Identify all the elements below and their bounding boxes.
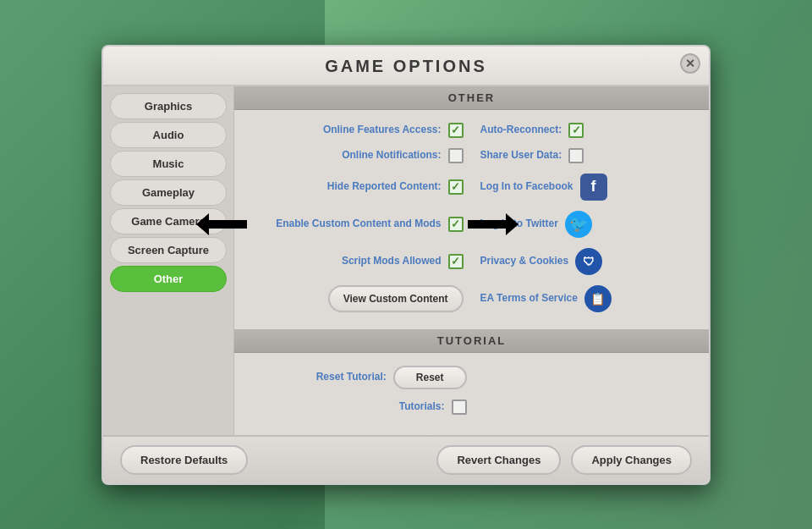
sidebar: Graphics Audio Music Gameplay Game Camer…: [103, 86, 234, 435]
reset-tutorial-button[interactable]: Reset: [393, 366, 467, 389]
script-mods-checkbox[interactable]: [448, 254, 464, 269]
game-options-dialog: Game Options ✕ Graphics Audio Music Game…: [102, 45, 710, 485]
reset-tutorial-row: Reset Tutorial: Reset: [251, 366, 467, 389]
enable-cc-checkbox[interactable]: [448, 217, 464, 232]
share-user-data-row: Share User Data:: [480, 148, 693, 163]
online-notifications-label: Online Notifications:: [342, 149, 441, 163]
sidebar-item-screen-capture[interactable]: Screen Capture: [110, 237, 227, 263]
auto-reconnect-label: Auto-Reconnect:: [480, 124, 562, 137]
facebook-icon[interactable]: f: [580, 174, 607, 201]
arrow-left-annotation: [196, 212, 247, 237]
tutorials-label: Tutorials:: [399, 400, 445, 414]
online-features-checkbox[interactable]: [448, 123, 464, 138]
online-features-row: Online Features Access:: [251, 123, 464, 138]
online-notifications-checkbox[interactable]: [448, 148, 464, 163]
facebook-row: Log In to Facebook f: [480, 174, 693, 201]
share-user-data-label: Share User Data:: [480, 149, 562, 163]
sidebar-item-graphics[interactable]: Graphics: [110, 93, 227, 119]
sidebar-item-music[interactable]: Music: [110, 151, 227, 177]
online-notifications-row: Online Notifications:: [251, 148, 464, 163]
apply-changes-button[interactable]: Apply Changes: [571, 445, 692, 475]
hide-reported-row: Hide Reported Content:: [251, 174, 464, 201]
tutorials-row: Tutorials:: [251, 400, 467, 415]
other-section-header: Other: [234, 86, 709, 110]
reset-tutorial-label: Reset Tutorial:: [316, 371, 387, 384]
view-cc-button[interactable]: View Custom Content: [328, 285, 464, 312]
tos-icon[interactable]: 📋: [584, 285, 612, 312]
revert-changes-button[interactable]: Revert Changes: [436, 445, 561, 475]
dialog-body: Graphics Audio Music Gameplay Game Camer…: [103, 86, 709, 435]
twitter-icon[interactable]: 🐦: [565, 211, 592, 238]
enable-cc-label: Enable Custom Content and Mods: [276, 218, 441, 231]
tos-label: EA Terms of Service: [480, 292, 578, 306]
svg-marker-1: [468, 213, 518, 235]
tutorial-body: Reset Tutorial: Reset Tutorials:: [234, 353, 709, 427]
script-mods-label: Script Mods Allowed: [342, 255, 442, 268]
arrow-right-annotation: [468, 212, 518, 237]
tutorial-section: Tutorial Reset Tutorial: Reset Tutorials…: [234, 329, 709, 427]
view-cc-container: View Custom Content: [251, 285, 464, 312]
tos-row: EA Terms of Service 📋: [480, 285, 693, 312]
dialog-title: Game Options: [325, 57, 487, 75]
other-section-body: Online Features Access: Auto-Reconnect: …: [234, 110, 709, 325]
enable-cc-row: Enable Custom Content and Mods: [251, 211, 464, 238]
tutorials-checkbox[interactable]: [452, 400, 467, 415]
privacy-icon[interactable]: 🛡: [575, 248, 602, 275]
restore-defaults-button[interactable]: Restore Defaults: [120, 445, 248, 475]
close-button[interactable]: ✕: [680, 53, 700, 74]
footer-right-buttons: Revert Changes Apply Changes: [436, 445, 692, 475]
auto-reconnect-row: Auto-Reconnect:: [480, 123, 693, 138]
online-features-label: Online Features Access:: [323, 124, 442, 137]
sidebar-item-audio[interactable]: Audio: [110, 122, 227, 148]
script-mods-row: Script Mods Allowed: [251, 248, 464, 275]
tutorial-section-header: Tutorial: [234, 329, 709, 353]
tutorial-right-empty: [477, 366, 693, 389]
facebook-label: Log In to Facebook: [480, 180, 573, 194]
svg-marker-0: [196, 213, 247, 235]
privacy-row: Privacy & Cookies 🛡: [480, 248, 693, 275]
main-content: Other Online Features Access: Auto-Recon…: [234, 86, 709, 435]
sidebar-item-gameplay[interactable]: Gameplay: [110, 179, 227, 206]
dialog-header: Game Options ✕: [103, 47, 709, 86]
privacy-label: Privacy & Cookies: [480, 255, 569, 268]
auto-reconnect-checkbox[interactable]: [568, 123, 584, 138]
hide-reported-label: Hide Reported Content:: [327, 180, 442, 194]
sidebar-item-other[interactable]: Other: [110, 266, 227, 292]
dialog-footer: Restore Defaults Revert Changes Apply Ch…: [103, 435, 709, 483]
hide-reported-checkbox[interactable]: [448, 179, 464, 195]
share-user-data-checkbox[interactable]: [568, 148, 584, 163]
